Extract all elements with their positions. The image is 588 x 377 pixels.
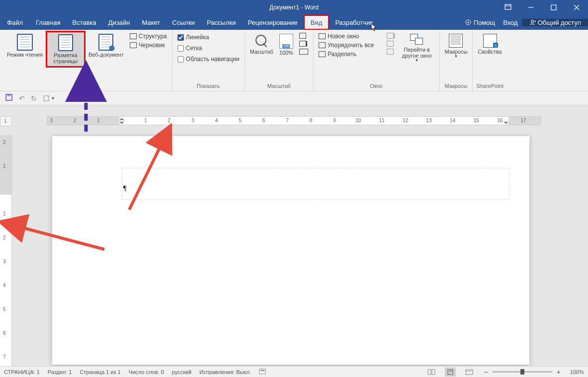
tab-layout[interactable]: Макет	[136, 15, 167, 30]
tab-review[interactable]: Рецензирование	[242, 15, 303, 30]
multi-page-icon	[299, 41, 306, 47]
tab-home[interactable]: Главная	[30, 15, 66, 30]
print-layout-button[interactable]: Разметка страницы	[47, 32, 84, 67]
minimize-button[interactable]	[519, 0, 542, 15]
status-section[interactable]: Раздел: 1	[48, 369, 72, 375]
gridlines-checkbox[interactable]: Сетка	[175, 44, 242, 53]
zoom-slider[interactable]: − +	[483, 369, 562, 376]
outline-icon	[130, 33, 137, 39]
tab-design[interactable]: Дизайн	[102, 15, 136, 30]
vertical-ruler[interactable]: 211234567	[0, 135, 12, 366]
svg-point-7	[467, 22, 469, 23]
redo-button[interactable]: ↻	[31, 94, 37, 102]
properties-icon: S	[483, 34, 497, 48]
group-window: Новое окно Упорядочить все Разделить Пер…	[314, 31, 440, 91]
status-page-of[interactable]: Страница 1 из 1	[80, 369, 120, 375]
save-button[interactable]	[5, 93, 13, 103]
svg-rect-20	[259, 369, 265, 374]
draft-button[interactable]: Черновик	[128, 42, 169, 49]
zoom-percent[interactable]: 100%	[570, 369, 584, 375]
arrange-all-icon	[319, 42, 326, 48]
web-layout-label: Веб-документ	[88, 52, 124, 58]
status-macro-icon[interactable]	[259, 369, 266, 376]
dropdown-icon: ▼	[454, 55, 458, 59]
navigation-checkbox-input[interactable]	[177, 56, 184, 63]
share-label: Общий доступ	[538, 19, 581, 26]
status-page[interactable]: СТРАНИЦА: 1	[4, 369, 40, 375]
split-icon	[319, 51, 326, 57]
tab-mailings[interactable]: Рассылки	[201, 15, 242, 30]
zoom-100-label: 100%	[279, 50, 293, 56]
zoom-thumb[interactable]	[520, 369, 524, 375]
tell-me[interactable]: Помощ	[461, 19, 499, 26]
header-area	[122, 168, 509, 200]
macros-icon	[449, 34, 463, 48]
svg-rect-3	[551, 5, 556, 10]
group-sharepoint: S Свойства SharePoint	[473, 31, 506, 91]
qat-customize-button[interactable]: ▼	[43, 95, 55, 102]
close-button[interactable]	[565, 0, 588, 15]
window-title: Документ1 - Word	[269, 4, 319, 11]
ruler-corner[interactable]: L	[0, 116, 12, 126]
sign-in-link[interactable]: Вход	[499, 19, 521, 26]
zoom-in-button[interactable]: +	[555, 369, 562, 376]
split-button[interactable]: Разделить	[317, 51, 376, 58]
left-indent-marker[interactable]	[119, 122, 124, 127]
reset-position-button	[385, 49, 396, 55]
ruler-checkbox[interactable]: Линейка	[175, 33, 242, 42]
macros-button[interactable]: Макросы ▼	[443, 32, 470, 61]
group-zoom: Масштаб 100% Масштаб	[245, 31, 314, 91]
read-mode-label: Режим чтения	[7, 52, 43, 58]
group-show-label: Показать	[175, 82, 242, 91]
arrange-all-button[interactable]: Упорядочить все	[317, 42, 376, 49]
group-views: Режим чтения Разметка страницы Веб-докум…	[2, 31, 172, 91]
group-views-label: Режимы	[5, 82, 169, 91]
cursor-icon	[371, 23, 378, 32]
web-layout-button[interactable]: Веб-документ	[86, 32, 126, 60]
horizontal-ruler[interactable]: 3211234567891011121314151617	[47, 116, 541, 125]
view-read-button[interactable]	[426, 368, 437, 377]
zoom-100-button[interactable]: 100%	[277, 32, 295, 58]
properties-button[interactable]: S Свойства	[476, 32, 504, 57]
ribbon-options-button[interactable]	[497, 0, 519, 15]
view-print-button[interactable]	[445, 368, 456, 377]
read-mode-icon	[17, 34, 33, 51]
zoom-label: Масштаб	[250, 49, 273, 55]
share-button[interactable]: Общий доступ	[522, 19, 588, 26]
document-page[interactable]: ¶	[52, 136, 529, 365]
maximize-button[interactable]	[542, 0, 565, 15]
page-width-button[interactable]	[297, 49, 310, 55]
switch-windows-icon	[410, 34, 424, 46]
status-language[interactable]: русский	[172, 369, 191, 375]
gridlines-checkbox-input[interactable]	[177, 45, 184, 52]
read-mode-button[interactable]: Режим чтения	[5, 32, 45, 60]
svg-rect-0	[505, 4, 511, 9]
svg-rect-16	[44, 96, 49, 101]
quick-access-toolbar: ↶ ↻ ▼	[0, 91, 588, 105]
reset-position-icon	[387, 49, 394, 55]
sync-scroll-button	[385, 41, 396, 47]
first-line-indent-marker[interactable]	[119, 115, 124, 120]
document-area: L 3211234567891011121314151617 211234567…	[0, 105, 588, 366]
switch-windows-button[interactable]: Перейти в другое окно ▼	[398, 32, 436, 65]
navigation-checkbox[interactable]: Область навигации	[175, 55, 242, 64]
tab-view[interactable]: Вид	[304, 15, 330, 30]
new-window-button[interactable]: Новое окно	[317, 33, 376, 40]
tab-file[interactable]: Файл	[0, 15, 30, 30]
tab-references[interactable]: Ссылки	[166, 15, 201, 30]
zoom-button[interactable]: Масштаб	[248, 32, 275, 57]
multi-page-button[interactable]	[297, 41, 310, 47]
svg-rect-23	[432, 370, 435, 375]
status-words[interactable]: Число слов: 0	[129, 369, 164, 375]
one-page-button[interactable]	[297, 33, 310, 39]
zoom-out-button[interactable]: −	[483, 369, 490, 376]
status-revisions[interactable]: Исправления: Выкл.	[199, 369, 251, 375]
undo-button[interactable]: ↶	[19, 94, 25, 102]
ruler-checkbox-input[interactable]	[177, 34, 184, 41]
zoom-track[interactable]	[493, 371, 552, 373]
outline-button[interactable]: Структура	[128, 33, 169, 40]
svg-rect-26	[466, 370, 473, 375]
right-indent-marker[interactable]	[504, 122, 508, 127]
tab-insert[interactable]: Вставка	[66, 15, 102, 30]
view-web-button[interactable]	[464, 368, 475, 377]
